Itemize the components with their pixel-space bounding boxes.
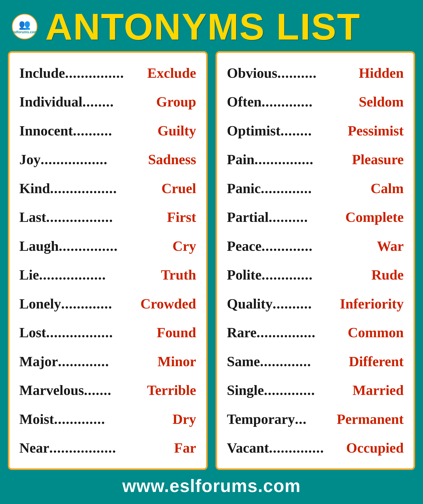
antonym: Sadness: [148, 150, 196, 169]
dots: .................: [41, 150, 148, 169]
antonym: Married: [352, 380, 404, 400]
page-title: ANTONYMS LIST: [45, 8, 361, 45]
list-item: Temporary...Permanent: [227, 409, 404, 429]
dots: .............: [260, 352, 349, 372]
word: Panic: [227, 179, 261, 198]
list-item: Major.............Minor: [19, 352, 196, 372]
list-item: Peace.............War: [227, 236, 404, 256]
antonym: Cry: [173, 236, 196, 256]
dots: .............: [54, 409, 173, 429]
right-column: Obvious..........HiddenOften............…: [215, 51, 415, 470]
word: Lonely: [19, 294, 61, 314]
word: Kind: [19, 179, 50, 198]
list-item: Rare...............Common: [227, 323, 404, 342]
word: Temporary: [227, 409, 295, 429]
antonym: Pessimist: [348, 121, 404, 141]
antonym: Inferiority: [340, 294, 404, 314]
word: Single: [227, 380, 264, 400]
dots: ...............: [257, 323, 348, 342]
word: Partial: [227, 207, 269, 227]
word: Innocent: [19, 121, 73, 141]
dots: ...: [295, 409, 337, 429]
antonym: Guilty: [157, 121, 196, 141]
dots: ..........: [277, 63, 359, 83]
antonym: Cruel: [162, 179, 196, 198]
dots: .............: [261, 265, 371, 285]
dots: .......: [84, 380, 147, 400]
list-item: Lie.................Truth: [19, 265, 196, 285]
dots: .................: [46, 323, 157, 342]
list-item: Pain...............Pleasure: [227, 150, 404, 169]
word: Lost: [19, 323, 46, 342]
antonym: Crowded: [141, 294, 196, 314]
list-item: Often.............Seldom: [227, 92, 404, 112]
dots: .............: [61, 294, 141, 314]
dots: ........: [281, 121, 348, 141]
list-item: Panic.............Calm: [227, 179, 404, 198]
list-item: Partial..........Complete: [227, 207, 404, 227]
list-item: Joy.................Sadness: [19, 150, 196, 169]
header: 👥 eslforums.com ANTONYMS LIST: [0, 0, 423, 51]
antonym: Truth: [161, 265, 196, 285]
antonym: First: [167, 207, 196, 227]
word: Same: [227, 352, 260, 372]
list-item: Kind.................Cruel: [19, 179, 196, 198]
antonym: Hidden: [359, 63, 404, 83]
word: Lie: [19, 265, 39, 285]
word: Pain: [227, 150, 255, 169]
antonym: Permanent: [337, 409, 404, 429]
antonym: Occupied: [346, 438, 404, 458]
dots: ........: [82, 92, 156, 112]
list-item: Same.............Different: [227, 352, 404, 372]
word: Often: [227, 92, 262, 112]
word: Moist: [19, 409, 54, 429]
word: Last: [19, 207, 46, 227]
word: Optimist: [227, 121, 281, 141]
dots: .................: [49, 438, 174, 458]
dots: ..........: [269, 207, 345, 227]
dots: .............: [58, 352, 158, 372]
antonym: Different: [349, 352, 404, 372]
dots: .................: [50, 179, 161, 198]
antonym: Rude: [371, 265, 404, 285]
list-item: Polite.............Rude: [227, 265, 404, 285]
antonym: Minor: [158, 352, 196, 372]
antonym: Exclude: [147, 63, 196, 83]
list-item: Vacant..............Occupied: [227, 438, 404, 458]
antonym: Found: [157, 323, 196, 342]
word: Near: [19, 438, 49, 458]
antonym: Dry: [173, 409, 196, 429]
dots: ..............: [269, 438, 346, 458]
word: Individual: [19, 92, 82, 112]
list-item: Individual........Group: [19, 92, 196, 112]
word: Laugh: [19, 236, 59, 256]
word: Major: [19, 352, 58, 372]
logo-icon: 👥: [19, 19, 31, 30]
list-item: Include...............Exclude: [19, 63, 196, 83]
antonym: Calm: [371, 179, 404, 198]
word: Marvelous: [19, 380, 84, 400]
antonym: Terrible: [147, 380, 196, 400]
list-item: Lost.................Found: [19, 323, 196, 342]
word: Vacant: [227, 438, 269, 458]
antonym: War: [377, 236, 404, 256]
dots: .............: [264, 380, 353, 400]
dots: .............: [261, 179, 371, 198]
list-item: Lonely.............Crowded: [19, 294, 196, 314]
list-item: Optimist........Pessimist: [227, 121, 404, 141]
dots: ...............: [65, 63, 147, 83]
list-item: Near.................Far: [19, 438, 196, 458]
list-item: Quality..........Inferiority: [227, 294, 404, 314]
logo: 👥 eslforums.com: [12, 14, 37, 39]
dots: ...............: [255, 150, 352, 169]
dots: .............: [261, 236, 377, 256]
main-content: Include...............ExcludeIndividual.…: [0, 51, 423, 470]
list-item: Obvious..........Hidden: [227, 63, 404, 83]
word: Joy: [19, 150, 41, 169]
dots: .............: [261, 92, 359, 112]
list-item: Last.................First: [19, 207, 196, 227]
footer-text: www.eslforums.com: [122, 476, 301, 496]
antonym: Pleasure: [352, 150, 404, 169]
dots: .................: [39, 265, 161, 285]
word: Rare: [227, 323, 257, 342]
